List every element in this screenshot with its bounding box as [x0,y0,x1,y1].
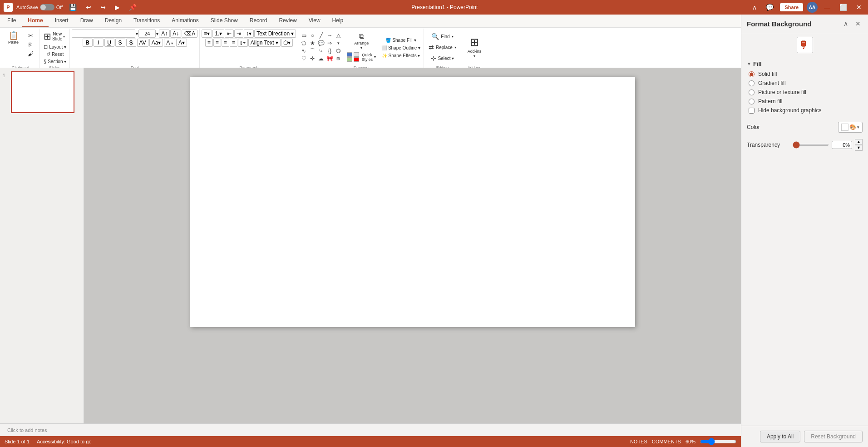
shape-line[interactable]: ╱ [317,32,325,39]
shape-freeform[interactable]: ∿ [300,47,307,55]
align-text-button[interactable]: Align Text ▾ [248,39,281,47]
tab-view[interactable]: View [303,15,326,27]
comments-status-btn[interactable]: COMMENTS [652,439,681,444]
tab-slideshow[interactable]: Slide Show [205,15,243,27]
copy-button[interactable]: ⎘ [24,40,37,49]
hide-background-checkbox[interactable] [749,108,755,114]
line-spacing-button[interactable]: ↕▾ [244,30,254,38]
indent-less-button[interactable]: ⇤ [225,30,234,38]
reset-button[interactable]: ↺ Reset [42,51,68,58]
slide-canvas[interactable] [190,77,635,327]
save-button[interactable]: 💾 [66,3,79,12]
zoom-slider[interactable] [700,438,736,445]
shape-bracket[interactable]: {} [326,47,333,55]
highlight-color-button[interactable]: A▾ [176,39,187,47]
picture-fill-radio[interactable] [749,89,755,95]
tab-transitions[interactable]: Transitions [128,15,165,27]
redo-button[interactable]: ↪ [98,3,108,12]
quick-styles-dropdown-icon[interactable]: ▾ [374,55,376,59]
shape-connector[interactable]: ⤷ [317,47,325,55]
pattern-fill-radio[interactable] [749,99,755,104]
solid-fill-radio[interactable] [749,71,755,77]
slide-preview-1[interactable] [11,71,74,113]
section-button[interactable]: § Section ▾ [42,58,68,65]
find-button[interactable]: 🔍 Find ▾ [429,31,456,41]
present-button[interactable]: ▶ [112,3,123,12]
transparency-increase-btn[interactable]: ▲ [855,139,863,145]
font-size-dropdown-icon[interactable]: ▾ [156,31,158,36]
convert-smartart-button[interactable]: ⬡▾ [281,39,293,47]
replace-button[interactable]: ⇄ Replace ▾ [426,42,459,52]
format-painter-button[interactable]: 🖌 [24,50,37,58]
pattern-fill-option[interactable]: Pattern fill [749,98,863,104]
cut-button[interactable]: ✂ [24,31,37,40]
align-left-button[interactable]: ≡ [205,39,213,47]
arrange-button[interactable]: ⧉ Arrange ▾ [344,31,379,51]
shape-triangle[interactable]: △ [335,32,342,39]
comments-btn[interactable]: 💬 [763,3,776,12]
shape-ribbon[interactable]: 🎀 [326,55,333,62]
center-button[interactable]: ≡ [213,39,221,47]
format-paint-icon[interactable] [797,37,813,53]
shape-effects-button[interactable]: ✨ Shape Effects ▾ [380,52,422,59]
tab-home[interactable]: Home [22,15,48,27]
shape-outline-button[interactable]: ⬜ Shape Outline ▾ [380,45,422,51]
font-color-button[interactable]: A ▾ [164,39,175,47]
new-slide-dropdown-icon[interactable]: ▾ [63,35,65,39]
increase-font-button[interactable]: A↑ [159,30,170,38]
new-slide-button[interactable]: ⊞ NewSlide ▾ [41,30,67,43]
select-button[interactable]: ⊹ Select ▾ [428,53,457,63]
paste-button[interactable]: 📋 Paste [4,30,23,46]
indent-more-button[interactable]: ⇥ [234,30,243,38]
replace-dropdown-icon[interactable]: ▾ [454,45,456,50]
tab-draw[interactable]: Draw [75,15,99,27]
align-right-button[interactable]: ≡ [222,39,229,47]
change-case-button[interactable]: Aa▾ [149,39,163,47]
reset-background-button[interactable]: Reset Background [804,431,863,442]
notes-placeholder[interactable]: Click to add notes [7,427,47,433]
transparency-slider[interactable] [793,144,829,146]
user-avatar[interactable]: AA [807,2,818,13]
ribbon-collapse-btn[interactable]: ∧ [750,3,760,12]
close-button[interactable]: ✕ [853,3,864,12]
picture-texture-fill-option[interactable]: Picture or texture fill [749,89,863,95]
panel-collapse-btn[interactable]: ∧ [842,19,850,28]
decrease-font-button[interactable]: A↓ [170,30,181,38]
shape-cross[interactable]: ✛ [309,55,316,62]
shape-star[interactable]: ★ [309,40,316,47]
transparency-input[interactable] [832,141,852,149]
panel-close-btn[interactable]: ✕ [853,19,863,28]
minimize-button[interactable]: — [821,3,833,12]
restore-button[interactable]: ⬜ [837,3,850,12]
arrange-dropdown-icon[interactable]: ▾ [360,46,362,50]
shape-cloud[interactable]: ☁ [317,55,325,62]
shape-grid-more[interactable]: ⊞ [335,55,342,62]
tab-review[interactable]: Review [273,15,302,27]
solid-fill-option[interactable]: Solid fill [749,71,863,77]
shape-pentagon[interactable]: ⬠ [300,40,307,47]
numbering-button[interactable]: 1.▾ [212,30,224,38]
tab-record[interactable]: Record [244,15,273,27]
shape-brace[interactable]: ⌬ [335,47,342,55]
font-name-input[interactable] [72,30,135,38]
hide-background-option[interactable]: Hide background graphics [749,107,863,114]
tab-insert[interactable]: Insert [49,15,74,27]
shape-callout[interactable]: 💬 [317,40,325,47]
color-picker-button[interactable]: 🎨 ▾ [838,122,863,133]
shape-curve[interactable]: ⌒ [309,47,316,55]
color-picker-dropdown[interactable]: ▾ [857,125,859,129]
font-size-input[interactable] [138,30,156,38]
justify-button[interactable]: ≡ [230,39,237,47]
undo-button[interactable]: ↩ [83,3,94,12]
bullets-button[interactable]: ≡▾ [202,30,212,38]
find-dropdown-icon[interactable]: ▾ [452,35,454,39]
shape-fill-button[interactable]: 🪣 Shape Fill ▾ [380,37,422,44]
apply-all-button[interactable]: Apply to All [760,431,800,442]
shape-heart[interactable]: ♡ [300,55,307,62]
fill-section-header[interactable]: ▼ Fill [747,57,863,69]
tab-file[interactable]: File [2,15,21,27]
transparency-decrease-btn[interactable]: ▼ [855,145,863,151]
shape-arrow[interactable]: → [326,32,333,39]
shape-more[interactable]: ▾ [335,40,342,47]
columns-button[interactable]: ⫿▾ [238,39,248,47]
